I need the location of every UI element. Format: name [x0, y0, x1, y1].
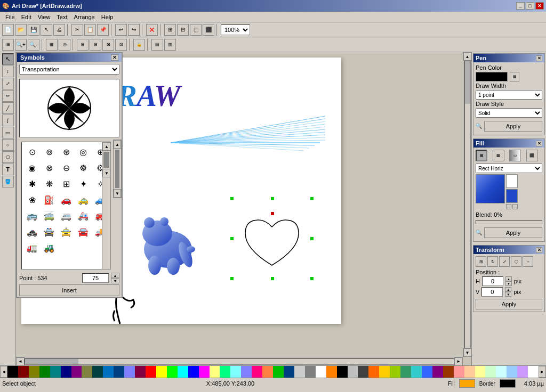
tb2-5[interactable]: ⊠	[102, 39, 114, 51]
transform-flip-btn[interactable]: ↔	[523, 256, 533, 267]
status-fill-swatch[interactable]	[459, 379, 475, 388]
symbol-item[interactable]: 🚖	[58, 224, 74, 239]
palette-color-48[interactable]	[517, 366, 528, 378]
pen-color-swatch[interactable]	[476, 72, 508, 81]
maximize-button[interactable]: □	[526, 2, 534, 10]
symbol-item[interactable]: ◉	[24, 160, 40, 175]
palette-color-47[interactable]	[507, 366, 517, 378]
canvas-scrollbar-vertical[interactable]: ▲ ▼	[463, 52, 471, 357]
tb2-sel2[interactable]: ◎	[59, 39, 70, 51]
open-button[interactable]: 📂	[15, 24, 27, 36]
point-down-arrow[interactable]: ▼	[111, 278, 119, 283]
h-up-arrow[interactable]: ▲	[505, 276, 512, 281]
paste-button[interactable]: 📌	[97, 24, 109, 36]
symbol-item[interactable]: 🚜	[41, 240, 57, 255]
palette-color-32[interactable]	[348, 366, 358, 378]
palette-color-1[interactable]	[18, 366, 29, 378]
palette-scroll-right[interactable]: ►	[539, 366, 546, 378]
cut-button[interactable]: ✂	[71, 24, 83, 36]
symbol-item[interactable]: ⊖	[58, 160, 74, 175]
blend-slider[interactable]	[476, 220, 542, 224]
symbol-item[interactable]: 🚓	[24, 224, 40, 239]
fill-texture-btn[interactable]: ⬛	[526, 150, 538, 161]
tb6[interactable]: ⊟	[177, 24, 189, 36]
ellipse-tool[interactable]: ○	[2, 139, 14, 151]
palette-color-25[interactable]	[273, 366, 284, 378]
scroll-left-arrow[interactable]: ◄	[16, 357, 25, 366]
symbol-item[interactable]: ⊛	[58, 144, 74, 159]
symbol-item[interactable]: 🚐	[58, 208, 74, 223]
menu-view[interactable]: View	[35, 13, 54, 21]
symbol-item[interactable]: 🚛	[24, 240, 40, 255]
tb5[interactable]: ⊞	[164, 24, 176, 36]
palette-color-0[interactable]	[7, 366, 18, 378]
palette-color-11[interactable]	[124, 366, 135, 378]
tb2-4[interactable]: ⊟	[90, 39, 101, 51]
point-up-arrow[interactable]: ▲	[111, 273, 119, 278]
palette-color-22[interactable]	[241, 366, 252, 378]
preview-scroll-up[interactable]: ▲	[114, 140, 121, 149]
transform-move-btn[interactable]: ⊞	[476, 256, 486, 267]
scroll-down-canvas[interactable]: ▼	[463, 348, 472, 357]
palette-color-29[interactable]	[316, 366, 326, 378]
zoom-dropdown[interactable]: 100% 50% 200%	[221, 24, 250, 35]
palette-color-3[interactable]	[39, 366, 50, 378]
poly-tool[interactable]: ⬡	[2, 151, 14, 163]
menu-edit[interactable]: Edit	[18, 13, 35, 21]
symbol-item[interactable]: ✱	[24, 176, 40, 191]
palette-color-46[interactable]	[496, 366, 507, 378]
tb7[interactable]: ⬚	[190, 24, 202, 36]
line-tool[interactable]: ╱	[2, 102, 14, 114]
fill-eyedropper-icon[interactable]: 🔍	[476, 230, 482, 235]
palette-color-19[interactable]	[210, 366, 220, 378]
symbol-item[interactable]: 🚗	[58, 192, 74, 207]
symbol-item[interactable]: ⛽	[41, 192, 57, 207]
pen-close-button[interactable]: ✕	[536, 55, 542, 61]
palette-color-10[interactable]	[114, 366, 124, 378]
symbol-item[interactable]: 🚌	[24, 208, 40, 223]
symbol-item[interactable]: ☸	[75, 160, 91, 175]
palette-color-26[interactable]	[284, 366, 294, 378]
tb2-a[interactable]: ▤	[151, 39, 163, 51]
palette-color-49[interactable]	[528, 366, 539, 378]
symbols-grid-scrollbar[interactable]: ▲ ▼	[102, 142, 110, 269]
transform-skew-btn[interactable]: ⬡	[511, 256, 521, 267]
symbol-item[interactable]: ⊗	[41, 160, 57, 175]
palette-color-45[interactable]	[485, 366, 496, 378]
palette-color-23[interactable]	[252, 366, 262, 378]
palette-color-33[interactable]	[358, 366, 368, 378]
h-down-arrow[interactable]: ▼	[505, 281, 512, 286]
pen-apply-button[interactable]: Apply	[484, 121, 542, 132]
new-button[interactable]: 📄	[2, 24, 14, 36]
close-button[interactable]: ✕	[535, 2, 544, 10]
pen-color-grid-button[interactable]: ▦	[510, 72, 519, 81]
fill-color3-box[interactable]	[506, 189, 518, 203]
palette-color-16[interactable]	[178, 366, 188, 378]
scroll-up-canvas[interactable]: ▲	[463, 52, 472, 61]
symbol-item[interactable]: 🚎	[41, 208, 57, 223]
draw-width-dropdown[interactable]: 1 point 2 point 3 point	[476, 90, 542, 100]
fill-color2-box[interactable]	[506, 174, 518, 188]
palette-color-41[interactable]	[443, 366, 454, 378]
fill-solid-btn[interactable]: ▦	[476, 150, 487, 161]
symbol-item[interactable]: ◎	[75, 144, 91, 159]
palette-color-40[interactable]	[432, 366, 443, 378]
symbol-item[interactable]: 🚘	[75, 224, 91, 239]
palette-color-6[interactable]	[71, 366, 82, 378]
palette-color-13[interactable]	[146, 366, 156, 378]
palette-color-36[interactable]	[390, 366, 400, 378]
tb8[interactable]: ⬛	[203, 24, 214, 36]
status-border-swatch[interactable]	[500, 379, 516, 388]
symbol-item[interactable]: 🚕	[75, 192, 91, 207]
v-down-arrow[interactable]: ▼	[505, 292, 511, 297]
palette-color-37[interactable]	[400, 366, 411, 378]
palette-color-2[interactable]	[29, 366, 39, 378]
transform-apply-button[interactable]: Apply	[476, 299, 542, 309]
minimize-button[interactable]: _	[516, 2, 525, 10]
palette-color-20[interactable]	[220, 366, 230, 378]
insert-button[interactable]: Insert	[19, 284, 119, 296]
symbol-item[interactable]: 🚔	[41, 224, 57, 239]
preview-scroll-down[interactable]: ▼	[114, 189, 121, 198]
fill-type-dropdown[interactable]: Rect Horiz Rect Vert Radial	[476, 164, 542, 173]
palette-color-24[interactable]	[262, 366, 273, 378]
